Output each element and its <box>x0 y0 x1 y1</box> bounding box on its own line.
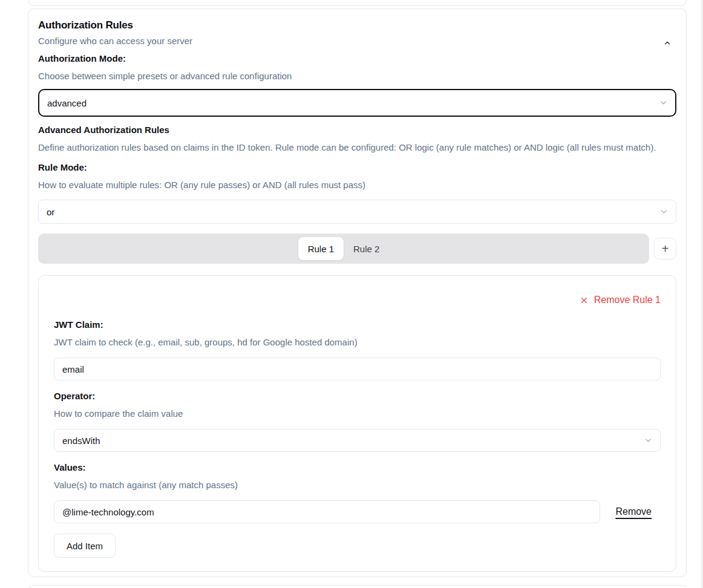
values-label: Values: <box>54 462 661 474</box>
remove-value-link[interactable]: Remove <box>615 506 652 517</box>
collapse-section-button[interactable] <box>659 35 675 51</box>
values-description: Value(s) to match against (any match pas… <box>54 479 661 491</box>
advanced-rules-description: Define authorization rules based on clai… <box>38 142 676 154</box>
rule-mode-select[interactable]: or <box>38 200 676 224</box>
authorization-mode-value: advanced <box>47 98 87 108</box>
next-section-card <box>28 585 687 588</box>
plus-icon: + <box>662 243 669 255</box>
page-edge-divider <box>702 0 702 588</box>
authorization-rules-card: Authorization Rules Configure who can ac… <box>28 8 687 577</box>
rule-1-panel: Remove Rule 1 JWT Claim: JWT claim to ch… <box>38 275 676 572</box>
chevron-up-icon <box>663 39 672 47</box>
previous-section-card <box>28 0 687 6</box>
page-title: Authorization Rules <box>38 19 676 32</box>
chevron-down-icon <box>659 99 668 108</box>
chevron-down-icon <box>644 436 653 445</box>
jwt-claim-label: JWT Claim: <box>54 319 661 331</box>
jwt-claim-input[interactable] <box>54 358 661 381</box>
rule-mode-label: Rule Mode: <box>38 162 676 174</box>
add-rule-button[interactable]: + <box>654 238 676 260</box>
value-input[interactable] <box>54 500 600 523</box>
operator-label: Operator: <box>54 390 661 402</box>
remove-rule-label: Remove Rule 1 <box>594 294 661 306</box>
rule-mode-value: or <box>47 207 54 217</box>
jwt-claim-description: JWT claim to check (e.g., email, sub, gr… <box>54 336 661 348</box>
rule-mode-description: How to evaluate multiple rules: OR (any … <box>38 179 676 191</box>
section-subtitle: Configure who can access your server <box>38 35 676 47</box>
remove-rule-button[interactable]: Remove Rule 1 <box>54 294 661 306</box>
rule-tab-bar: Rule 1 Rule 2 <box>38 234 649 264</box>
rule-tabs-row: Rule 1 Rule 2 + <box>38 234 676 264</box>
operator-value: endsWith <box>62 436 100 446</box>
advanced-rules-label: Advanced Authorization Rules <box>38 124 676 136</box>
chevron-down-icon <box>659 207 669 217</box>
tab-rule-1[interactable]: Rule 1 <box>298 237 344 260</box>
section-header: Authorization Rules Configure who can ac… <box>38 19 676 47</box>
tab-rule-2[interactable]: Rule 2 <box>344 237 389 260</box>
x-icon <box>580 296 589 305</box>
add-item-button[interactable]: Add Item <box>54 534 116 558</box>
operator-select[interactable]: endsWith <box>54 429 661 452</box>
operator-description: How to compare the claim value <box>54 408 661 420</box>
authorization-mode-description: Choose between simple presets or advance… <box>38 70 676 82</box>
authorization-mode-select[interactable]: advanced <box>38 89 676 117</box>
authorization-mode-label: Authorization Mode: <box>38 53 676 65</box>
value-item-row: Remove <box>54 500 661 523</box>
